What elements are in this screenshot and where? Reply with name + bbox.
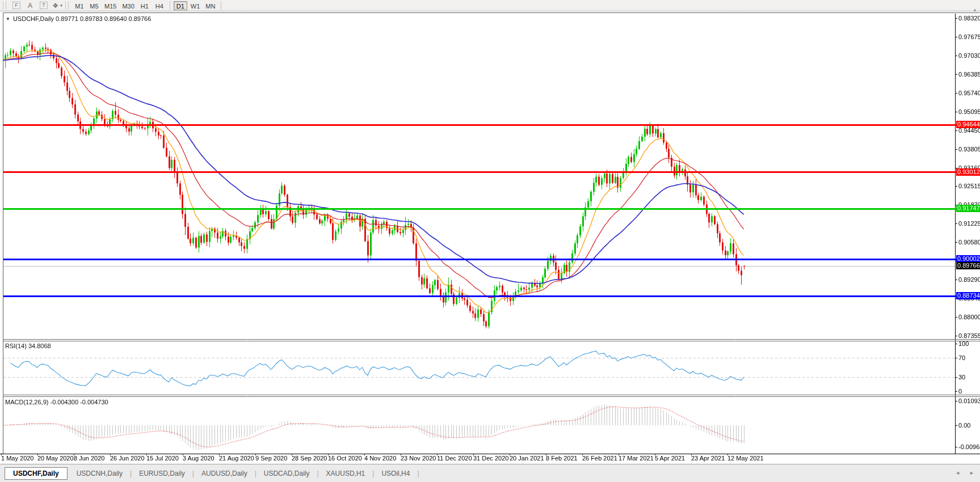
rsi-axis-tick-label: 0 [958, 388, 962, 395]
date-axis-label: 26 Jun 2020 [110, 455, 145, 462]
price-axis-tick-label: 0.90580 [958, 239, 980, 246]
timeframe-button-m5[interactable]: M5 [87, 1, 101, 10]
price-axis-tick-label: 0.97030 [958, 52, 980, 59]
symbol-tab-audusd-daily[interactable]: AUDUSD,Daily [195, 468, 254, 479]
date-axis-label: 1 May 2020 [1, 455, 33, 462]
price-axis-tick-label: 0.89290 [958, 276, 980, 283]
date-axis-label: 16 Oct 2020 [328, 455, 362, 462]
price-level-badge[interactable]: 0.94644 [956, 121, 980, 128]
toolbar-separator [170, 1, 170, 10]
chevron-down-icon[interactable]: ▾ [60, 3, 62, 8]
price-axis-tick-label: 0.95740 [958, 90, 980, 96]
tab-scroll-right-icon[interactable]: ► [969, 470, 974, 476]
drawing-tools-icon[interactable]: ❖▾ [52, 1, 63, 10]
price-axis-tick-label: 0.87355 [958, 332, 980, 339]
price-axis-tick-label: 0.88000 [958, 314, 980, 320]
timeframe-button-m1[interactable]: M1 [73, 1, 86, 10]
date-axis-label: 28 Sep 2020 [292, 455, 327, 462]
timeframe-button-w1[interactable]: W1 [188, 1, 203, 10]
date-axis-label: 23 Apr 2021 [691, 455, 725, 462]
price-axis-tick-label: 0.93805 [958, 146, 980, 153]
macd-indicator-label: MACD(12,26,9) -0.004300 -0.004730 [5, 399, 108, 405]
date-axis-label: 21 Aug 2020 [219, 455, 254, 462]
macd-axis-tick-label: 0.010933 [958, 398, 980, 404]
scroll-up-icon[interactable]: ▲ [973, 7, 977, 12]
price-axis-tick-label: 0.98320 [958, 15, 980, 22]
date-axis-label: 5 Apr 2021 [655, 455, 685, 462]
rsi-indicator-label: RSI(14) 34.8068 [5, 343, 51, 349]
timeframe-button-mn[interactable]: MN [203, 1, 217, 10]
toolbar-grip[interactable] [3, 2, 6, 9]
text-tool-icon[interactable]: T [38, 1, 49, 10]
price-chart-canvas[interactable] [0, 12, 980, 464]
date-axis-label: 12 May 2021 [727, 455, 764, 462]
macd-axis-tick-label: 0.00 [958, 422, 970, 429]
price-level-badge[interactable]: 0.93012 [956, 168, 980, 176]
price-axis-tick-label: 0.96385 [958, 71, 980, 78]
tab-separator: | [417, 470, 419, 477]
toolbar: FAT❖▾ M1M5M15M30H1H4D1W1MN [0, 0, 980, 11]
date-axis-label: 11 Dec 2020 [437, 455, 472, 462]
date-axis-label: 20 Jan 2021 [510, 455, 544, 462]
price-level-badge[interactable]: 0.88734 [956, 292, 980, 299]
timeframe-button-m30[interactable]: M30 [120, 1, 136, 10]
date-axis-label: 4 Nov 2020 [364, 455, 396, 462]
rsi-axis-tick-label: 100 [958, 340, 969, 347]
timeframe-toolbar: M1M5M15M30H1H4D1W1MN [72, 1, 218, 10]
symbol-tab-usoil-h4[interactable]: USOil,H4 [375, 468, 417, 479]
fibonacci-tool-icon[interactable]: F [11, 1, 22, 10]
symbol-tab-xauusd-h1[interactable]: XAUUSD,H1 [319, 468, 372, 479]
timeframe-button-h1[interactable]: H1 [138, 1, 152, 10]
symbol-tab-eurusd-daily[interactable]: EURUSD,Daily [132, 468, 192, 479]
date-axis-label: 9 Sep 2020 [255, 455, 287, 462]
symbol-tab-usdcad-daily[interactable]: USDCAD,Daily [257, 468, 317, 479]
symbol-tab-bar: USDCHF,DailyUSDCNH,Daily|EURUSD,Daily|AU… [0, 464, 980, 482]
date-axis-label: 8 Feb 2021 [546, 455, 578, 462]
price-axis-tick-label: 0.95095 [958, 108, 980, 115]
date-axis-label: 23 Nov 2020 [401, 455, 436, 462]
chart-title-text: USDCHF,Daily 0.89771 0.89783 0.89640 0.8… [13, 15, 151, 22]
date-axis-label: 15 Jul 2020 [146, 455, 179, 462]
tab-scroll-arrows: ◄ ► [955, 470, 974, 476]
chart-collapse-icon[interactable]: ▼ [6, 16, 10, 22]
toolbar-separator [221, 1, 221, 10]
date-axis-label: 20 May 2020 [37, 455, 74, 462]
symbol-tab-usdchf-daily[interactable]: USDCHF,Daily [5, 467, 68, 480]
price-axis-tick-label: 0.97675 [958, 33, 980, 40]
rsi-axis-tick-label: 30 [958, 374, 965, 380]
price-axis-tick-label: 0.91225 [958, 220, 980, 227]
price-axis-tick-label: 0.92515 [958, 183, 980, 189]
macd-axis-tick-label: -0.009653 [958, 443, 980, 450]
tab-scroll-left-icon[interactable]: ◄ [955, 470, 960, 476]
timeframe-button-m15[interactable]: M15 [102, 1, 119, 10]
date-axis-label: 8 Jun 2020 [74, 455, 104, 462]
symbol-tab-usdcnh-daily[interactable]: USDCNH,Daily [70, 468, 129, 479]
mt4-terminal: { "toolbar": { "tools": [ {"name":"fibon… [0, 0, 980, 482]
timeframe-button-h4[interactable]: H4 [153, 1, 166, 10]
timeframe-button-d1[interactable]: D1 [174, 1, 187, 10]
rsi-axis-tick-label: 70 [958, 354, 965, 361]
price-level-badge[interactable]: 0.91747 [956, 205, 980, 212]
date-axis-label: 17 Mar 2021 [619, 455, 654, 462]
date-axis-label: 31 Dec 2020 [473, 455, 508, 462]
current-price-badge: 0.89766 [956, 262, 980, 269]
chart-title[interactable]: ▼USDCHF,Daily 0.89771 0.89783 0.89640 0.… [6, 15, 151, 22]
text-label-tool-icon[interactable]: A [24, 1, 36, 10]
date-axis-label: 26 Feb 2021 [582, 455, 617, 462]
drawing-toolbar: FAT❖▾ [10, 1, 64, 10]
timeframe-toolbar-grip[interactable] [65, 2, 69, 9]
date-axis-label: 3 Aug 2020 [183, 455, 214, 462]
